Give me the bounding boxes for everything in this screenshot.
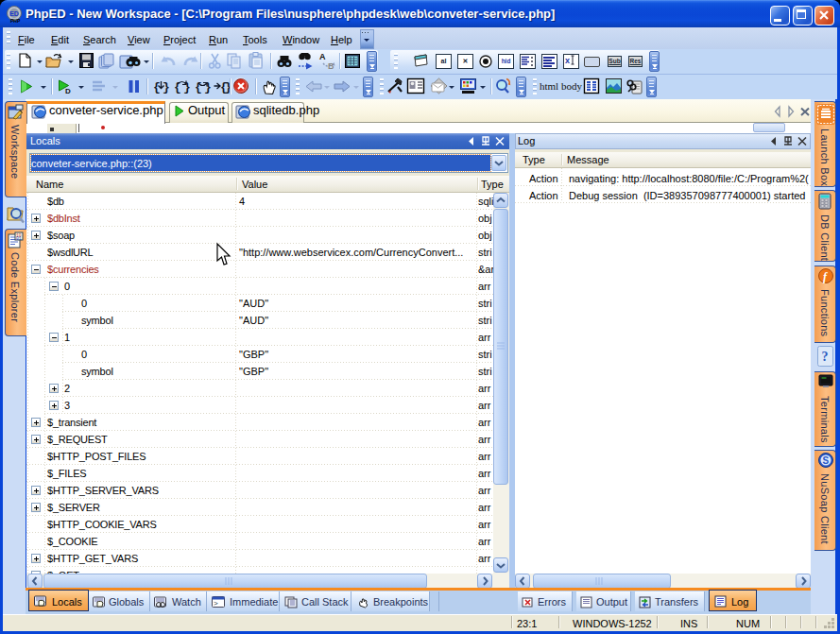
svg-text:S: S — [823, 455, 830, 466]
svg-text:D: D — [65, 87, 71, 95]
svg-text:}: } — [163, 80, 170, 94]
svg-text:>: > — [214, 599, 218, 608]
svg-text:{: { — [195, 80, 202, 94]
svg-text:01: 01 — [16, 236, 22, 241]
svg-text:A: A — [319, 52, 326, 61]
svg-text:ED: ED — [9, 10, 19, 17]
svg-text:PHP: PHP — [10, 18, 21, 24]
svg-text:B: B — [328, 61, 334, 71]
svg-text:?: ? — [822, 350, 829, 364]
svg-text:}: } — [225, 80, 232, 94]
svg-text:x: x — [565, 56, 570, 65]
